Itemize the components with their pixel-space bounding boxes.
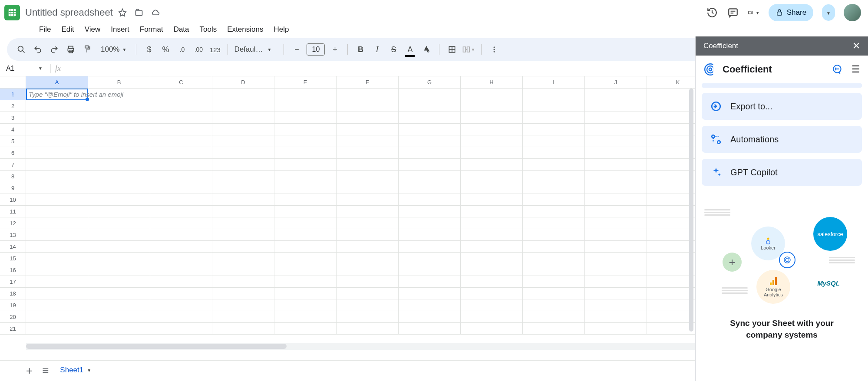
cell[interactable] <box>585 229 647 241</box>
more-icon[interactable] <box>488 43 501 56</box>
row-header[interactable]: 2 <box>0 100 26 112</box>
cell[interactable] <box>150 159 212 171</box>
cell[interactable] <box>523 241 585 253</box>
column-header[interactable]: I <box>523 76 585 89</box>
cell[interactable] <box>523 264 585 276</box>
cell[interactable] <box>274 194 337 206</box>
close-icon[interactable]: ✕ <box>852 40 860 52</box>
row-header[interactable]: 18 <box>0 288 26 299</box>
cell[interactable] <box>26 323 88 335</box>
cell[interactable] <box>337 171 399 182</box>
cell[interactable] <box>150 253 212 264</box>
meet-button[interactable]: ▼ <box>748 7 760 19</box>
cell[interactable] <box>274 311 337 323</box>
cell[interactable] <box>274 323 337 335</box>
cell[interactable] <box>337 112 399 124</box>
cell[interactable] <box>585 264 647 276</box>
cell[interactable] <box>88 112 150 124</box>
decrease-decimal-icon[interactable]: .0 <box>175 43 188 56</box>
cell[interactable] <box>274 264 337 276</box>
cell[interactable] <box>88 100 150 112</box>
cell[interactable] <box>26 171 88 182</box>
row-header[interactable]: 20 <box>0 311 26 323</box>
cell[interactable] <box>150 299 212 311</box>
select-all-corner[interactable] <box>0 76 26 89</box>
cell[interactable] <box>150 171 212 182</box>
cell[interactable] <box>150 288 212 299</box>
cell[interactable] <box>26 288 88 299</box>
cell[interactable] <box>274 206 337 217</box>
cell[interactable] <box>523 147 585 159</box>
cell[interactable] <box>585 124 647 135</box>
cell[interactable] <box>212 89 274 100</box>
cell[interactable] <box>88 241 150 253</box>
cell[interactable] <box>212 124 274 135</box>
hamburger-icon[interactable]: ☰ <box>851 64 860 75</box>
comment-icon[interactable] <box>727 7 739 19</box>
cell[interactable] <box>26 229 88 241</box>
cell[interactable] <box>523 135 585 147</box>
cell[interactable] <box>585 217 647 229</box>
cell[interactable] <box>26 147 88 159</box>
cell[interactable] <box>461 264 523 276</box>
cell[interactable] <box>399 206 461 217</box>
cell[interactable] <box>88 194 150 206</box>
row-header[interactable]: 6 <box>0 147 26 159</box>
cell[interactable] <box>399 241 461 253</box>
paint-format-icon[interactable] <box>81 43 94 56</box>
cell[interactable] <box>585 206 647 217</box>
cell[interactable] <box>461 206 523 217</box>
cell[interactable] <box>461 323 523 335</box>
cell[interactable] <box>274 241 337 253</box>
cell[interactable] <box>461 89 523 100</box>
cell[interactable] <box>26 217 88 229</box>
cell[interactable] <box>212 135 274 147</box>
row-header[interactable]: 3 <box>0 112 26 124</box>
cell[interactable] <box>585 112 647 124</box>
cell[interactable] <box>523 100 585 112</box>
cell[interactable] <box>88 311 150 323</box>
column-header[interactable]: H <box>461 76 523 89</box>
cell[interactable] <box>337 264 399 276</box>
cell[interactable] <box>399 89 461 100</box>
cell[interactable] <box>523 311 585 323</box>
cell[interactable] <box>26 194 88 206</box>
row-header[interactable]: 5 <box>0 135 26 147</box>
zoom-select[interactable]: 100%▼ <box>97 45 130 54</box>
cell[interactable] <box>585 311 647 323</box>
cell[interactable] <box>461 124 523 135</box>
cell[interactable] <box>337 100 399 112</box>
row-header[interactable]: 9 <box>0 182 26 194</box>
cell[interactable] <box>26 276 88 288</box>
cell[interactable] <box>523 299 585 311</box>
cell[interactable] <box>150 323 212 335</box>
cell[interactable] <box>523 217 585 229</box>
number-format-button[interactable]: 123 <box>208 43 221 56</box>
cell[interactable] <box>150 217 212 229</box>
cell[interactable] <box>212 241 274 253</box>
cell[interactable] <box>88 124 150 135</box>
share-dropdown[interactable]: ▼ <box>822 4 835 21</box>
percent-icon[interactable]: % <box>159 43 172 56</box>
cell[interactable] <box>399 299 461 311</box>
cell[interactable] <box>399 147 461 159</box>
menu-view[interactable]: View <box>80 23 105 36</box>
cell[interactable] <box>337 89 399 100</box>
cell[interactable] <box>26 112 88 124</box>
cell[interactable] <box>461 299 523 311</box>
cell[interactable] <box>523 229 585 241</box>
cell[interactable] <box>337 206 399 217</box>
cell[interactable] <box>88 264 150 276</box>
print-icon[interactable] <box>64 43 77 56</box>
sidebar-item-gpt[interactable]: GPT Copilot <box>702 159 862 186</box>
row-header[interactable]: 8 <box>0 171 26 182</box>
font-size-input[interactable]: 10 <box>307 43 325 56</box>
cell[interactable] <box>585 288 647 299</box>
menu-edit[interactable]: Edit <box>57 23 78 36</box>
cell[interactable] <box>337 323 399 335</box>
cell[interactable] <box>585 147 647 159</box>
cell[interactable] <box>399 217 461 229</box>
cell[interactable] <box>274 159 337 171</box>
cell[interactable] <box>585 241 647 253</box>
cell[interactable] <box>585 100 647 112</box>
